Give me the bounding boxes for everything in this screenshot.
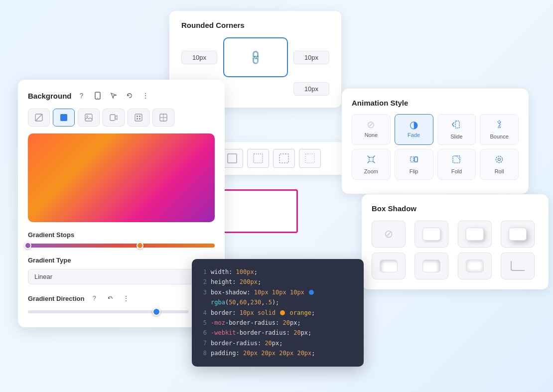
code-tooltip: 1 width: 100px; 2 height: 200px; 3 box-s… xyxy=(192,259,364,367)
box-shadow-title: Box Shadow xyxy=(372,204,539,213)
anim-fold-label: Fold xyxy=(451,168,462,174)
svg-rect-23 xyxy=(369,157,373,161)
anim-option-zoom[interactable]: Zoom xyxy=(352,149,391,180)
bg-type-none[interactable] xyxy=(28,109,50,127)
shadow-options-grid: ⊘ xyxy=(372,221,539,279)
svg-rect-11 xyxy=(110,115,115,121)
shape-option-left[interactable] xyxy=(247,149,269,168)
code-num-2: 2 xyxy=(201,277,207,287)
bg-type-pattern[interactable] xyxy=(128,109,149,127)
rc-top-right-input[interactable] xyxy=(293,51,329,64)
code-num-7: 7 xyxy=(201,338,207,348)
code-line-3: 3 box-shadow: 10px 10px 10px rgba(50,60,… xyxy=(201,287,355,308)
code-num-3: 3 xyxy=(201,287,207,308)
gradient-direction-track[interactable] xyxy=(28,310,189,313)
undo-icon-btn[interactable] xyxy=(124,90,136,102)
gradient-stops-track[interactable] xyxy=(28,244,215,248)
svg-rect-0 xyxy=(228,154,237,163)
rc-top-left-input[interactable] xyxy=(181,51,217,64)
anim-flip-icon xyxy=(409,154,419,166)
svg-rect-2 xyxy=(279,154,288,163)
rc-bottom-input[interactable] xyxy=(293,82,329,96)
rounded-corners-title: Rounded Corners xyxy=(181,21,329,29)
svg-rect-13 xyxy=(137,116,138,117)
shadow-preview-inner-bl xyxy=(380,260,398,272)
anim-option-bounce[interactable]: Bounce xyxy=(480,114,519,145)
shadow-option-sm[interactable] xyxy=(415,221,448,248)
gradient-type-row: Gradient Type Linear xyxy=(28,257,215,284)
svg-rect-16 xyxy=(139,118,140,120)
gradient-dir-more[interactable]: ⋮ xyxy=(120,292,132,304)
gradient-dir-help[interactable]: ? xyxy=(88,292,100,304)
anim-zoom-icon xyxy=(366,154,376,166)
code-content-2: height: 200px; xyxy=(211,277,261,287)
more-icon-btn[interactable]: ⋮ xyxy=(139,90,151,102)
svg-rect-9 xyxy=(85,114,92,121)
gradient-direction-handle[interactable] xyxy=(152,308,160,316)
shadow-preview-inner-br xyxy=(422,260,440,272)
svg-rect-15 xyxy=(137,118,138,120)
gradient-stops-label: Gradient Stops xyxy=(28,231,215,239)
anim-option-fold[interactable]: Fold xyxy=(437,149,476,180)
shape-option-dots[interactable] xyxy=(299,149,321,168)
anim-option-fade[interactable]: ◑ Fade xyxy=(395,114,433,145)
anim-fade-icon: ◑ xyxy=(410,120,418,130)
svg-rect-26 xyxy=(453,156,460,163)
code-content-1: width: 100px; xyxy=(211,267,258,277)
shadow-option-lg[interactable] xyxy=(501,221,535,248)
shadow-option-corner[interactable] xyxy=(501,253,535,279)
bg-type-video[interactable] xyxy=(103,109,125,127)
svg-rect-25 xyxy=(415,157,417,162)
code-num-1: 1 xyxy=(201,267,207,277)
shadow-option-inner-full[interactable] xyxy=(458,253,492,279)
gradient-dir-undo[interactable] xyxy=(104,292,116,304)
anim-option-roll[interactable]: Roll xyxy=(480,149,519,180)
cursor-icon-btn[interactable] xyxy=(108,90,120,102)
gradient-direction-section: Gradient Direction ? ⋮ 320deg xyxy=(28,292,215,315)
shadow-preview-lg xyxy=(509,228,527,241)
anim-option-none[interactable]: ⊘ None xyxy=(352,114,391,145)
stop-handle-orange[interactable] xyxy=(137,242,143,249)
box-shadow-card: Box Shadow ⊘ xyxy=(362,194,549,289)
help-icon-btn[interactable]: ? xyxy=(76,90,88,102)
shadow-option-md[interactable] xyxy=(458,221,492,248)
code-content-6: -webkit-border-radius: 20px; xyxy=(211,328,311,338)
code-line-4: 4 border: 10px solid orange; xyxy=(201,308,355,318)
animation-options-grid: ⊘ None ◑ Fade Slide Bounce Zoom xyxy=(352,114,519,180)
panel-title: Background xyxy=(28,92,72,100)
shape-options-card xyxy=(214,142,346,175)
mobile-icon-btn[interactable] xyxy=(92,90,104,102)
svg-rect-3 xyxy=(305,154,314,163)
bg-type-custom[interactable] xyxy=(152,109,174,127)
anim-roll-icon xyxy=(494,154,504,166)
shadow-option-inner-br[interactable] xyxy=(415,253,448,279)
anim-option-slide[interactable]: Slide xyxy=(437,114,476,145)
anim-none-icon: ⊘ xyxy=(367,120,375,130)
anim-none-label: None xyxy=(365,132,378,138)
code-line-7: 7 border-radius: 20px; xyxy=(201,338,355,348)
rounded-corners-top-row: 🔗 xyxy=(181,37,329,77)
anim-bounce-icon xyxy=(494,120,504,131)
bg-type-solid[interactable] xyxy=(53,109,75,127)
svg-point-28 xyxy=(498,158,501,161)
anim-option-flip[interactable]: Flip xyxy=(395,149,433,180)
shadow-option-none[interactable]: ⊘ xyxy=(372,221,406,248)
anim-roll-label: Roll xyxy=(495,168,504,174)
code-line-5: 5 -moz-border-radius: 20px; xyxy=(201,318,355,328)
code-num-8: 8 xyxy=(201,348,207,358)
stop-handle-purple[interactable] xyxy=(24,242,31,249)
anim-zoom-label: Zoom xyxy=(364,168,378,174)
anim-fold-icon xyxy=(451,154,461,166)
shadow-option-inner-bl[interactable] xyxy=(372,253,406,279)
rc-link-icon: 🔗 xyxy=(247,49,264,66)
code-line-6: 6 -webkit-border-radius: 20px; xyxy=(201,328,355,338)
svg-point-10 xyxy=(87,116,88,117)
svg-line-6 xyxy=(35,114,42,121)
code-num-4: 4 xyxy=(201,308,207,318)
animation-card: Animation Style ⊘ None ◑ Fade Slide Boun… xyxy=(342,89,529,194)
gradient-type-select[interactable]: Linear xyxy=(28,269,215,284)
shape-option-dashed[interactable] xyxy=(273,149,295,168)
pink-border-box xyxy=(222,189,298,233)
svg-rect-14 xyxy=(139,116,140,117)
bg-type-image[interactable] xyxy=(78,109,100,127)
